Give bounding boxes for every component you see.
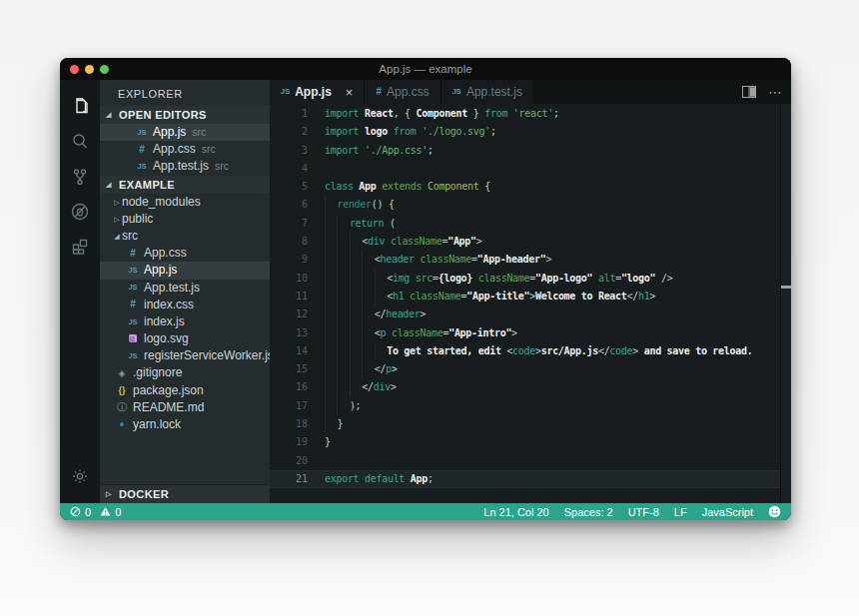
indent-guide <box>325 215 337 233</box>
line-number: 11 <box>270 288 308 306</box>
tree-folder[interactable]: ◢src <box>100 228 270 245</box>
code-line[interactable]: 12</header> <box>270 306 791 323</box>
js-file-icon: JS <box>135 129 149 137</box>
file-name: index.js <box>144 313 185 330</box>
more-actions-icon[interactable]: ⋯ <box>768 84 783 100</box>
indent-guide <box>362 342 374 360</box>
code-line[interactable]: 21export default App; <box>270 470 791 488</box>
code-line[interactable]: 19} <box>270 433 791 451</box>
file-name: App.css <box>153 141 196 158</box>
indent-guide <box>325 288 337 306</box>
code-text <box>308 452 325 470</box>
code-line[interactable]: 7return ( <box>270 215 791 233</box>
tree-file[interactable]: JSregisterServiceWorker.js <box>100 347 270 364</box>
code-line[interactable]: 3import './App.css'; <box>270 142 791 160</box>
error-count: 0 <box>85 506 91 518</box>
tree-file[interactable]: JSindex.js <box>100 313 270 330</box>
explorer-icon[interactable] <box>60 89 100 124</box>
debug-icon[interactable] <box>60 194 100 229</box>
open-editor-item[interactable]: JSApp.test.jssrc <box>100 158 270 175</box>
zoom-window-button[interactable] <box>100 65 109 74</box>
code-line[interactable]: 9<header className="App-header"> <box>270 251 791 269</box>
minimize-window-button[interactable] <box>85 65 94 74</box>
status-item[interactable]: Spaces: 2 <box>564 506 613 518</box>
open-editor-item[interactable]: #App.csssrc <box>100 141 270 158</box>
status-item[interactable]: UTF-8 <box>628 506 659 518</box>
status-item[interactable]: LF <box>674 506 687 518</box>
tree-folder[interactable]: ▷public <box>100 211 270 228</box>
chevron-expanded-icon: ◢ <box>106 106 115 124</box>
file-name: App.js <box>144 262 177 279</box>
errors-icon <box>70 506 81 517</box>
tab-app-test-js[interactable]: JSApp.test.js <box>441 80 534 104</box>
section-example[interactable]: ◢ EXAMPLE <box>100 176 270 194</box>
status-item[interactable]: JavaScript <box>702 506 753 518</box>
code-line[interactable]: 4 <box>270 160 791 178</box>
yarn-file-icon: ● <box>115 420 129 429</box>
code-line[interactable]: 20 <box>270 452 791 470</box>
feedback-smiley-icon[interactable] <box>768 505 781 518</box>
line-number: 2 <box>270 123 308 141</box>
settings-gear-icon[interactable] <box>60 458 100 493</box>
source-control-icon[interactable] <box>60 159 100 194</box>
file-name: App.test.js <box>144 280 200 297</box>
search-icon[interactable] <box>60 124 100 159</box>
tree-file[interactable]: ⓘREADME.md <box>100 399 270 416</box>
code-line[interactable]: 8<div className="App"> <box>270 233 791 251</box>
code-line[interactable]: 1import React, { Component } from 'react… <box>270 105 791 123</box>
code-line[interactable]: 18} <box>270 415 791 433</box>
tab-app-css[interactable]: #App.css <box>365 80 440 104</box>
tab-close-icon[interactable]: × <box>346 86 354 99</box>
code-line[interactable]: 11<h1 className="App-title">Welcome to R… <box>270 288 791 306</box>
open-editor-item[interactable]: JSApp.jssrc <box>100 124 270 141</box>
code-text: ); <box>308 397 361 415</box>
code-line[interactable]: 15</p> <box>270 360 791 378</box>
tree-file[interactable]: ◈.gitignore <box>100 364 270 381</box>
code-text: } <box>308 433 331 451</box>
split-editor-icon[interactable] <box>742 86 756 98</box>
code-line[interactable]: 6render() { <box>270 196 791 214</box>
code-line[interactable]: 10<img src={logo} className="App-logo" a… <box>270 270 791 288</box>
js-file-icon: JS <box>281 88 290 96</box>
line-number: 8 <box>270 233 308 251</box>
line-number: 19 <box>270 433 308 451</box>
code-editor[interactable]: 1import React, { Component } from 'react… <box>270 104 791 503</box>
indent-guide <box>350 378 362 396</box>
overview-ruler[interactable] <box>780 104 791 503</box>
tab-label: App.js <box>295 85 332 99</box>
indent-guide <box>325 360 337 378</box>
tree-file[interactable]: logo.svg <box>100 330 270 347</box>
section-open-editors[interactable]: ◢ OPEN EDITORS <box>100 106 270 124</box>
code-text: class App extends Component { <box>308 178 490 196</box>
indent-guide <box>350 324 362 342</box>
code-line[interactable]: 14To get started, edit <code>src/App.js<… <box>270 342 791 360</box>
extensions-icon[interactable] <box>60 229 100 264</box>
tab-app-js[interactable]: JSApp.js× <box>270 80 365 104</box>
section-docker[interactable]: ▷ DOCKER <box>100 485 270 503</box>
tree-folder[interactable]: ▷node_modules <box>100 194 270 211</box>
status-item[interactable]: Ln 21, Col 20 <box>483 506 548 518</box>
indent-guide <box>362 306 374 323</box>
tree-file[interactable]: #App.css <box>100 245 270 262</box>
problems-indicator[interactable]: 0 0 <box>70 506 121 518</box>
indent-guide <box>362 288 374 306</box>
line-number: 6 <box>270 196 308 214</box>
indent-guide <box>337 360 349 378</box>
code-line[interactable]: 16</div> <box>270 378 791 396</box>
close-window-button[interactable] <box>70 65 79 74</box>
tab-label: App.test.js <box>466 85 522 99</box>
tree-file[interactable]: {}package.json <box>100 382 270 399</box>
code-text <box>308 160 325 178</box>
tree-file[interactable]: JSApp.js <box>100 262 270 279</box>
js-file-icon: JS <box>126 352 140 360</box>
code-line[interactable]: 17); <box>270 397 791 415</box>
line-number: 3 <box>270 142 308 160</box>
file-name: node_modules <box>122 194 201 211</box>
chevron-collapsed-icon: ▷ <box>112 194 122 211</box>
tree-file[interactable]: ●yarn.lock <box>100 416 270 433</box>
code-line[interactable]: 2import logo from './logo.svg'; <box>270 123 791 141</box>
code-line[interactable]: 13<p className="App-intro"> <box>270 324 791 342</box>
tree-file[interactable]: JSApp.test.js <box>100 280 270 297</box>
tree-file[interactable]: #index.css <box>100 297 270 313</box>
code-line[interactable]: 5class App extends Component { <box>270 178 791 196</box>
